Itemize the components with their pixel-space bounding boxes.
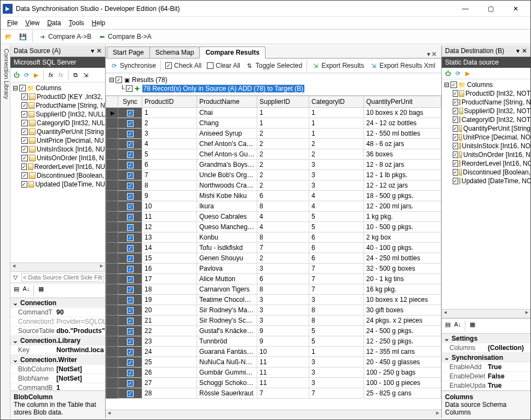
minimize-button[interactable]: — — [453, 1, 478, 17]
cell-productid[interactable]: 22 — [142, 326, 197, 336]
column-item[interactable]: QuantityPerUnit [String — [443, 124, 530, 133]
synchronise-button[interactable]: ⟳Synchronise — [108, 61, 158, 71]
row-header[interactable] — [106, 357, 118, 368]
dest-property-grid[interactable]: ⌄Settings Columns(Collection) ⌄Synchroni… — [442, 333, 530, 390]
cell-supplierid[interactable]: 10 — [257, 347, 309, 357]
cell-qty[interactable]: 12 - 1 lb pkgs. — [364, 170, 441, 180]
col-productname[interactable]: ProductName — [197, 96, 257, 108]
cell-productid[interactable]: 8 — [142, 180, 197, 191]
pin-icon[interactable]: ▾ — [91, 47, 94, 55]
menu-help[interactable]: Help — [89, 18, 109, 28]
expand-icon[interactable]: ⌄ — [444, 335, 449, 342]
export-results-button[interactable]: ⇲Export Results — [309, 61, 366, 71]
column-item[interactable]: ProductName [String, N — [443, 98, 530, 107]
cell-productid[interactable]: 16 — [142, 264, 197, 274]
sync-checkbox[interactable] — [127, 203, 134, 210]
cell-productid[interactable]: 10 — [142, 201, 197, 212]
col-checkbox[interactable] — [453, 178, 458, 184]
cell-supplierid[interactable]: 3 — [257, 295, 309, 305]
cell-supplierid[interactable]: 3 — [257, 305, 309, 316]
row-header[interactable] — [106, 284, 118, 295]
cell-supplierid[interactable]: 3 — [257, 316, 309, 326]
cell-productid[interactable]: 23 — [142, 336, 197, 347]
export-xml-button[interactable]: ⇲Export Results Xml — [367, 61, 437, 71]
cell-productid[interactable]: 3 — [142, 129, 197, 139]
cell-supplierid[interactable]: 7 — [257, 388, 309, 399]
sync-checkbox[interactable] — [127, 110, 134, 116]
cell-qty[interactable]: 12 - 355 ml cans — [364, 347, 441, 357]
cell-categoryid[interactable]: 6 — [309, 253, 364, 264]
fx-icon[interactable]: fx — [47, 71, 55, 79]
column-item[interactable]: UnitPrice [Decimal, NU — [11, 136, 105, 145]
proppage-icon[interactable]: ▦ — [37, 285, 45, 293]
row-header[interactable] — [106, 243, 118, 253]
expand-icon[interactable]: ⌄ — [13, 356, 18, 364]
sync-checkbox[interactable] — [127, 255, 134, 262]
table-row[interactable]: 26Gumbär Gummibär...113100 - 250 g bags — [106, 368, 441, 378]
save-button[interactable]: 💾 — [17, 32, 29, 42]
menu-data[interactable]: Data — [44, 18, 64, 28]
cell-categoryid[interactable]: 2 — [309, 149, 364, 160]
cell-qty[interactable]: 10 - 500 g pkgs. — [364, 222, 441, 232]
tree-hscroll[interactable] — [10, 262, 105, 271]
sync-cell[interactable] — [118, 118, 142, 129]
table-row[interactable]: 7Uncle Bob's Organi...2312 - 1 lb pkgs. — [106, 170, 441, 180]
col-checkbox[interactable] — [453, 134, 458, 141]
cell-qty[interactable]: 12 - 12 oz jars — [364, 180, 441, 191]
filter-icon[interactable]: ▽ — [11, 273, 19, 281]
table-row[interactable]: 3Aniseed Syrup2112 - 550 ml bottles — [106, 129, 441, 139]
cell-productname[interactable]: Grandma's Boysen... — [197, 160, 257, 170]
sync-checkbox[interactable] — [127, 193, 134, 200]
cell-productname[interactable]: Aniseed Syrup — [197, 129, 257, 139]
column-item[interactable]: CategoryID [Int32, NUL — [11, 119, 105, 127]
cell-qty[interactable]: 24 pkgs. x 2 pieces — [364, 316, 441, 326]
pin-icon[interactable]: ▾ — [516, 47, 520, 55]
sync-checkbox[interactable] — [127, 318, 134, 324]
tab-menu-icon[interactable]: ▾ — [427, 50, 430, 58]
cell-categoryid[interactable]: 3 — [309, 368, 364, 378]
sync-checkbox[interactable] — [127, 141, 134, 148]
table-row[interactable]: 24Guaraná Fantástica10112 - 355 ml cans — [106, 347, 441, 357]
cell-categoryid[interactable]: 7 — [309, 388, 364, 399]
cell-productname[interactable]: Ikura — [197, 201, 257, 212]
cell-qty[interactable]: 36 boxes — [364, 149, 441, 160]
cell-productname[interactable]: Chang — [197, 118, 257, 129]
cell-productid[interactable]: 19 — [142, 295, 197, 305]
cell-categoryid[interactable]: 7 — [309, 284, 364, 295]
col-checkbox[interactable] — [453, 108, 458, 114]
cell-supplierid[interactable]: 1 — [257, 118, 309, 129]
sync-cell[interactable] — [118, 180, 142, 191]
close-icon[interactable]: ✕ — [96, 47, 102, 55]
sync-cell[interactable] — [118, 191, 142, 201]
sync-cell[interactable] — [118, 108, 142, 118]
cell-qty[interactable]: 20 - 450 g glasses — [364, 357, 441, 368]
table-row[interactable]: 27Schoggi Schokolade113100 - 100 g piece… — [106, 378, 441, 388]
cell-productname[interactable]: Mishi Kobe Niku — [197, 191, 257, 201]
maximize-button[interactable]: ▢ — [478, 1, 503, 17]
cell-qty[interactable]: 16 kg pkg. — [364, 284, 441, 295]
cell-supplierid[interactable]: 8 — [257, 232, 309, 243]
sync-checkbox[interactable] — [127, 359, 134, 366]
row-header[interactable] — [106, 305, 118, 316]
sync-cell[interactable] — [118, 378, 142, 388]
sync-checkbox[interactable] — [127, 183, 134, 189]
cell-supplierid[interactable]: 2 — [257, 149, 309, 160]
row-header[interactable] — [106, 180, 118, 191]
row-header[interactable] — [106, 232, 118, 243]
sync-cell[interactable] — [118, 170, 142, 180]
cell-supplierid[interactable]: 8 — [257, 201, 309, 212]
cell-productid[interactable]: 12 — [142, 222, 197, 232]
cell-categoryid[interactable]: 1 — [309, 129, 364, 139]
cell-qty[interactable]: 12 - 250 g pkgs. — [364, 336, 441, 347]
tab-compare-results[interactable]: Compare Results — [199, 46, 266, 59]
cell-supplierid[interactable]: 6 — [257, 191, 309, 201]
col-supplierid[interactable]: SupplierID — [257, 96, 309, 108]
row-header[interactable] — [106, 201, 118, 212]
sync-checkbox[interactable] — [127, 380, 134, 387]
menu-view[interactable]: View — [22, 18, 43, 28]
sync-checkbox[interactable] — [127, 224, 134, 231]
table-row[interactable]: 19Teatime Chocolate ...3310 boxes x 12 p… — [106, 295, 441, 305]
table-row[interactable]: 4Chef Anton's Cajun...2248 - 6 oz jars — [106, 139, 441, 149]
column-item[interactable]: SupplierID [Int32, NULL — [11, 110, 105, 119]
cell-categoryid[interactable]: 6 — [309, 232, 364, 243]
